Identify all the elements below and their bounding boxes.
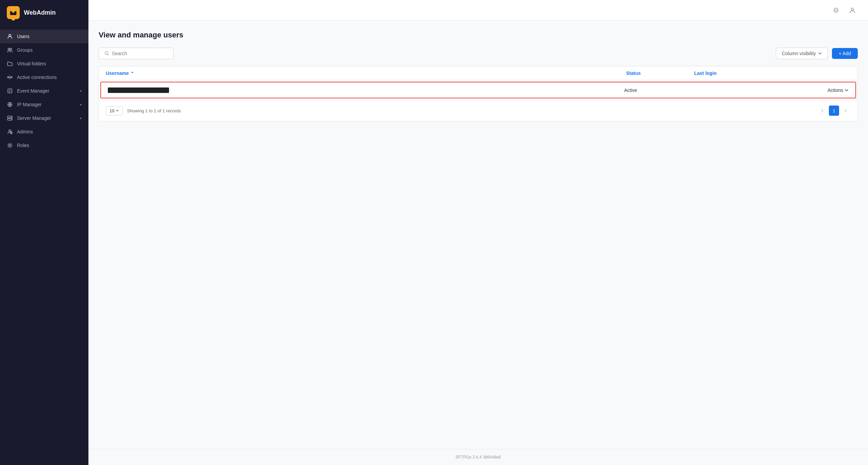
sidebar-item-server-manager-label: Server Manager — [17, 115, 76, 121]
actions-label: Actions — [828, 87, 843, 93]
svg-rect-2 — [13, 12, 14, 13]
roles-icon — [7, 142, 13, 148]
user-profile-icon[interactable] — [847, 5, 858, 16]
pagination-prev-button[interactable] — [817, 106, 828, 116]
page-number: 1 — [833, 108, 835, 113]
sidebar-item-server-manager[interactable]: Server Manager ▾ — [0, 111, 88, 125]
svg-point-4 — [8, 48, 10, 50]
svg-line-28 — [834, 8, 834, 9]
sidebar-item-users-label: Users — [17, 34, 82, 39]
actions-chevron-icon — [845, 88, 849, 92]
sidebar-item-virtual-folders-label: Virtual folders — [17, 61, 82, 66]
sidebar-item-users[interactable]: Users — [0, 30, 88, 43]
admin-icon — [7, 129, 13, 135]
app-title: WebAdmin — [24, 9, 56, 16]
actions-button[interactable]: Actions — [794, 87, 849, 93]
column-status: Status — [626, 70, 694, 76]
group-icon — [7, 47, 13, 53]
server-icon — [7, 115, 13, 121]
sidebar-item-ip-manager[interactable]: IP Manager ▾ — [0, 98, 88, 111]
footer: SFTPGo 2.6.4 386448e6 — [88, 449, 868, 465]
search-input[interactable] — [112, 51, 168, 56]
sidebar: WebAdmin Users Groups — [0, 0, 88, 465]
sidebar-item-roles[interactable]: Roles — [0, 139, 88, 152]
column-username[interactable]: Username — [106, 70, 626, 76]
sidebar-item-active-connections[interactable]: Active connections — [0, 70, 88, 84]
connections-icon — [7, 74, 13, 80]
topbar — [88, 0, 868, 20]
page-1-button[interactable]: 1 — [829, 106, 839, 116]
chevron-right-icon — [844, 109, 847, 113]
table-header: Username Status Last login — [99, 66, 857, 80]
theme-toggle-icon[interactable] — [831, 5, 841, 16]
event-icon — [7, 88, 13, 94]
sidebar-item-virtual-folders[interactable]: Virtual folders — [0, 57, 88, 70]
records-text: Showing 1 to 1 of 1 records — [127, 108, 813, 113]
svg-point-19 — [11, 119, 12, 120]
folder-icon — [7, 61, 13, 67]
column-username-label: Username — [106, 70, 129, 76]
svg-rect-1 — [12, 10, 15, 12]
svg-point-32 — [851, 8, 854, 10]
page-title: View and manage users — [99, 31, 858, 39]
toolbar-right: Column visibility + Add — [776, 48, 858, 59]
sidebar-item-admins[interactable]: Admins — [0, 125, 88, 139]
chevron-left-icon — [821, 109, 824, 113]
column-visibility-button[interactable]: Column visibility — [776, 48, 828, 59]
svg-point-5 — [10, 48, 12, 50]
per-page-value: 10 — [110, 108, 114, 113]
sidebar-nav: Users Groups Virtual folders — [0, 26, 88, 465]
main-content: View and manage users Column visibility — [88, 0, 868, 465]
chevron-down-icon — [818, 51, 822, 55]
ip-manager-chevron-icon: ▾ — [80, 103, 82, 107]
search-icon — [104, 51, 109, 56]
sidebar-item-roles-label: Roles — [17, 143, 82, 148]
status-cell: Active — [624, 87, 692, 93]
username-cell — [108, 87, 624, 93]
users-table: Username Status Last login — [99, 66, 858, 122]
pagination-next-button[interactable] — [840, 106, 851, 116]
pagination-bar: 10 Showing 1 to 1 of 1 records 1 — [99, 100, 857, 121]
svg-line-30 — [837, 8, 838, 9]
svg-point-22 — [9, 144, 11, 146]
toolbar: Column visibility + Add — [99, 48, 858, 59]
sidebar-item-admins-label: Admins — [17, 129, 82, 134]
search-box[interactable] — [99, 48, 173, 59]
username-value — [108, 87, 169, 93]
svg-line-29 — [837, 12, 838, 12]
svg-point-18 — [11, 117, 12, 117]
svg-point-20 — [9, 130, 11, 132]
server-manager-chevron-icon: ▾ — [80, 116, 82, 120]
table-row: Active Actions — [100, 82, 856, 98]
logo-icon — [7, 6, 20, 19]
sort-icon — [130, 70, 134, 76]
svg-line-31 — [834, 12, 834, 12]
svg-line-34 — [108, 54, 109, 55]
per-page-chevron-icon — [116, 109, 119, 112]
sidebar-item-groups[interactable]: Groups — [0, 43, 88, 57]
user-icon — [7, 33, 13, 39]
ip-icon — [7, 101, 13, 108]
svg-point-3 — [9, 34, 11, 36]
column-actions — [796, 70, 851, 76]
version-text: SFTPGo 2.6.4 386448e6 — [455, 455, 501, 460]
column-last-login: Last login — [694, 70, 796, 76]
column-visibility-label: Column visibility — [782, 51, 816, 56]
add-label: + Add — [839, 51, 851, 56]
sidebar-header: WebAdmin — [0, 0, 88, 26]
content-area: View and manage users Column visibility — [88, 20, 868, 449]
sidebar-item-active-connections-label: Active connections — [17, 75, 82, 80]
sidebar-item-ip-manager-label: IP Manager — [17, 102, 76, 107]
add-user-button[interactable]: + Add — [832, 48, 858, 59]
svg-rect-11 — [8, 89, 12, 93]
sidebar-item-event-manager-label: Event Manager — [17, 88, 76, 94]
event-manager-chevron-icon: ▾ — [80, 89, 82, 93]
sidebar-item-groups-label: Groups — [17, 47, 82, 53]
svg-point-23 — [835, 9, 837, 12]
sidebar-item-event-manager[interactable]: Event Manager ▾ — [0, 84, 88, 98]
per-page-select[interactable]: 10 — [106, 106, 123, 115]
pagination-controls: 1 — [817, 106, 851, 116]
